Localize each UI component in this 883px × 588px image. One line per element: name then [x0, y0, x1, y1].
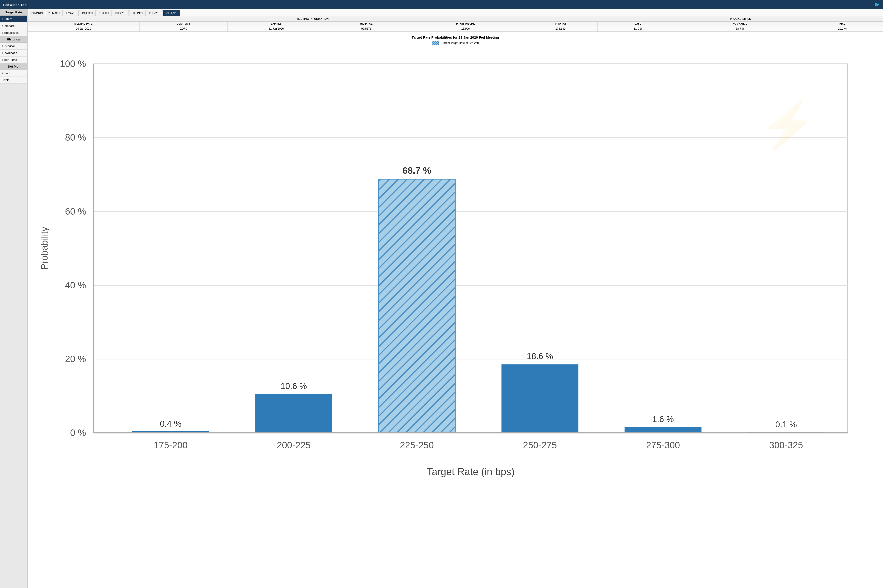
legend-label: Current Target Rate of 225-250 — [441, 41, 479, 45]
sidebar-item-historical[interactable]: Historical — [0, 43, 27, 50]
svg-text:275-300: 275-300 — [646, 440, 680, 450]
svg-text:20 %: 20 % — [65, 354, 86, 364]
bar-275-300 — [624, 427, 702, 433]
meeting-info-header: MEETING INFORMATION — [28, 16, 598, 22]
bar-225-250 — [378, 179, 455, 433]
probabilities-table: EASE NO CHANGE HIKE 11.0 % 68.7 % 20.2 % — [598, 22, 883, 32]
meeting-info-row: 29 Jan 2020 ZQF0 31 Jan 2020 97.5575 13,… — [28, 26, 598, 32]
cell-expires: 31 Jan 2020 — [227, 26, 325, 32]
date-tab-7[interactable]: 11 Dec19 — [146, 10, 163, 16]
bar-250-275 — [501, 364, 579, 433]
svg-text:Probability: Probability — [39, 227, 50, 270]
svg-text:0.4 %: 0.4 % — [160, 419, 181, 429]
date-tab-2[interactable]: 1 May19 — [63, 10, 79, 16]
col-no-change: NO CHANGE — [678, 22, 802, 26]
app-header: FedWatch Tool 🐦 — [0, 0, 883, 9]
sidebar-section-historical: Historical — [0, 36, 27, 43]
cell-hike: 20.2 % — [802, 26, 883, 32]
sidebar-item-prior-hikes[interactable]: Prior Hikes — [0, 57, 27, 63]
cell-contract: ZQF0 — [140, 26, 228, 32]
twitter-icon[interactable]: 🐦 — [874, 2, 880, 8]
cell-mid-price: 97.5575 — [325, 26, 408, 32]
meeting-info-table: MEETING DATE CONTRACT EXPIRES MID PRICE … — [28, 22, 598, 32]
svg-text:60 %: 60 % — [65, 206, 86, 217]
sidebar-item-probabilities[interactable]: Probabilities — [0, 29, 27, 36]
chart-container: 0 % 20 % 40 % 60 % 80 % 100 % Probabilit… — [32, 48, 878, 494]
main-layout: Target Rate Current Compare Probabilitie… — [0, 9, 883, 588]
sidebar: Target Rate Current Compare Probabilitie… — [0, 9, 28, 588]
cell-prior-volume: 13,906 — [408, 26, 523, 32]
legend-box-icon — [432, 41, 439, 45]
svg-text:0.1 %: 0.1 % — [775, 420, 797, 429]
svg-text:200-225: 200-225 — [277, 440, 311, 450]
col-prior-oi: PRIOR OI — [523, 22, 597, 26]
probabilities-info: PROBABILITIES EASE NO CHANGE HIKE 11.0 %… — [598, 16, 883, 32]
cell-meeting-date: 29 Jan 2020 — [28, 26, 140, 32]
sidebar-item-compare[interactable]: Compare — [0, 22, 27, 29]
chart-legend: Current Target Rate of 225-250 — [32, 41, 878, 45]
date-tab-1[interactable]: 20 Mar19 — [46, 10, 63, 16]
col-contract: CONTRACT — [140, 22, 228, 26]
col-prior-volume: PRIOR VOLUME — [408, 22, 523, 26]
svg-text:225-250: 225-250 — [400, 440, 434, 450]
cell-no-change: 68.7 % — [678, 26, 802, 32]
svg-text:10.6 %: 10.6 % — [281, 381, 307, 391]
cell-ease: 11.0 % — [598, 26, 678, 32]
date-tab-8[interactable]: 29 Jan20 — [163, 10, 180, 16]
svg-text:18.6 %: 18.6 % — [527, 351, 553, 361]
col-expires: EXPIRES — [227, 22, 325, 26]
date-tab-0[interactable]: 30 Jan19 — [29, 10, 45, 16]
svg-text:80 %: 80 % — [65, 132, 86, 143]
svg-text:Target Rate (in bps): Target Rate (in bps) — [427, 466, 514, 477]
sidebar-section-target-rate: Target Rate — [0, 9, 27, 16]
cell-prior-oi: 178,139 — [523, 26, 597, 32]
content-area: 30 Jan19 20 Mar19 1 May19 19 Jun19 31 Ju… — [28, 9, 883, 588]
svg-text:250-275: 250-275 — [523, 440, 557, 450]
bar-chart: 0 % 20 % 40 % 60 % 80 % 100 % Probabilit… — [32, 48, 878, 494]
sidebar-item-current[interactable]: Current — [0, 16, 27, 22]
date-tab-6[interactable]: 30 Oct19 — [129, 10, 146, 16]
sidebar-item-table[interactable]: Table — [0, 77, 27, 84]
probabilities-header: PROBABILITIES — [598, 16, 883, 22]
date-tabs: 30 Jan19 20 Mar19 1 May19 19 Jun19 31 Ju… — [28, 9, 883, 16]
app-title: FedWatch Tool — [3, 3, 28, 7]
svg-text:40 %: 40 % — [65, 280, 86, 291]
col-hike: HIKE — [802, 22, 883, 26]
svg-text:0 %: 0 % — [70, 428, 86, 438]
date-tab-5[interactable]: 18 Sep19 — [112, 10, 129, 16]
sidebar-item-chart[interactable]: Chart — [0, 70, 27, 77]
date-tab-3[interactable]: 19 Jun19 — [79, 10, 95, 16]
sidebar-section-dot-plot: Dot Plot — [0, 63, 27, 70]
date-tab-4[interactable]: 31 Jul19 — [96, 10, 111, 16]
probabilities-row: 11.0 % 68.7 % 20.2 % — [598, 26, 883, 32]
svg-text:68.7 %: 68.7 % — [402, 165, 431, 176]
col-mid-price: MID PRICE — [325, 22, 408, 26]
col-meeting-date: MEETING DATE — [28, 22, 140, 26]
meeting-info: MEETING INFORMATION MEETING DATE CONTRAC… — [28, 16, 598, 32]
svg-rect-2 — [94, 64, 848, 433]
svg-text:⚡: ⚡ — [759, 98, 817, 152]
bar-200-225 — [255, 394, 332, 433]
info-section: MEETING INFORMATION MEETING DATE CONTRAC… — [28, 16, 883, 32]
svg-text:1.6 %: 1.6 % — [652, 414, 674, 424]
svg-text:175-200: 175-200 — [154, 440, 188, 450]
svg-text:300-325: 300-325 — [769, 440, 803, 450]
col-ease: EASE — [598, 22, 678, 26]
chart-title: Target Rate Probabilities for 29 Jan 202… — [32, 35, 878, 39]
sidebar-item-downloads[interactable]: Downloads — [0, 50, 27, 57]
svg-text:100 %: 100 % — [60, 58, 86, 69]
chart-area: Target Rate Probabilities for 29 Jan 202… — [28, 32, 883, 498]
